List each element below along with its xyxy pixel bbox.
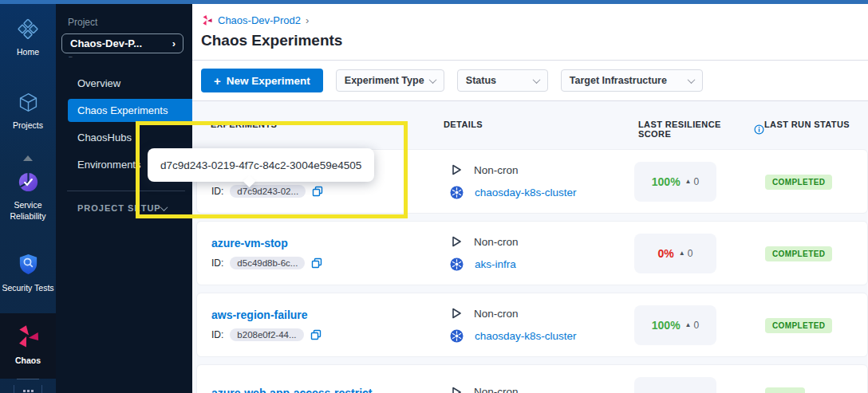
chaos-breadcrumb-icon xyxy=(201,14,213,26)
experiment-id-chip: b208e0f2-44... xyxy=(230,328,303,341)
target-infrastructure-filter[interactable]: Target Infrastructure xyxy=(561,69,703,92)
nav-item-chaoshubs[interactable]: ChaosHubs xyxy=(56,124,192,151)
project-selector[interactable]: Chaos-Dev-P... › xyxy=(61,33,183,53)
status-badge: COMPLETED xyxy=(765,246,832,261)
page-title: Chaos Experiments xyxy=(192,26,868,60)
score-delta: 0 xyxy=(679,248,693,259)
project-setup-label: PROJECT SETUP xyxy=(77,203,161,213)
chevron-down-icon xyxy=(428,76,436,84)
experiment-name-link[interactable]: azure-vm-stop xyxy=(211,237,444,250)
sidebar-item-chaos[interactable]: Chaos xyxy=(0,313,56,379)
dock-cell-left xyxy=(0,385,14,393)
sidebar-item-service-reliability[interactable]: Service Reliability xyxy=(0,164,56,229)
infrastructure-link[interactable]: aks-infra xyxy=(475,258,516,270)
play-icon xyxy=(450,163,463,176)
chaos-pinwheel-icon xyxy=(15,324,41,352)
clipped-project-id: g xyxy=(56,53,192,57)
chevron-right-icon: › xyxy=(172,37,176,49)
module-label: Service Reliability xyxy=(1,200,55,222)
table-header: EXPERIMENTS DETAILS LAST RESILIENCE SCOR… xyxy=(196,101,868,149)
apps-grid-button[interactable] xyxy=(14,385,42,393)
plus-icon: + xyxy=(214,74,221,88)
experiment-id-tooltip: d7c9d243-0219-4f7c-84c2-3004e59e4505 xyxy=(148,148,374,182)
id-label: ID: xyxy=(211,329,223,340)
main-content: Chaos-Dev-Prod2 › Chaos Experiments + Ne… xyxy=(192,4,868,393)
toolbar: + New Experiment Experiment Type Status … xyxy=(192,61,868,100)
column-header-resilience-score: LAST RESILIENCE SCORE xyxy=(638,120,764,139)
score-delta: 0 xyxy=(685,176,700,187)
module-label: Security Tests xyxy=(2,283,53,294)
status-badge xyxy=(765,387,805,393)
experiment-id-chip: d5c49d8b-6c... xyxy=(230,257,305,269)
module-sidebar: Home Projects Service Reliability Securi… xyxy=(0,4,56,393)
breadcrumb-separator-icon: › xyxy=(306,14,309,26)
sidebar-item-projects[interactable]: Projects xyxy=(0,85,56,137)
score-value: 100% xyxy=(652,175,681,188)
status-filter[interactable]: Status xyxy=(457,69,548,92)
schedule-type: Non-cron xyxy=(474,386,519,393)
security-shield-icon xyxy=(17,253,40,279)
play-icon xyxy=(450,235,463,248)
copy-icon[interactable] xyxy=(312,186,323,197)
kubernetes-icon xyxy=(450,329,464,343)
schedule-type: Non-cron xyxy=(474,308,519,320)
copy-icon[interactable] xyxy=(311,257,322,269)
schedule-type: Non-cron xyxy=(474,236,519,248)
play-icon xyxy=(450,307,463,320)
score-value: 100% xyxy=(652,319,681,332)
breadcrumb-project-link[interactable]: Chaos-Dev-Prod2 xyxy=(218,14,301,26)
module-label: Projects xyxy=(13,120,43,132)
infrastructure-link[interactable]: chaosday-k8s-cluster xyxy=(475,330,577,342)
chevron-down-icon xyxy=(687,76,695,84)
copy-icon[interactable] xyxy=(310,329,322,340)
column-header-details: DETAILS xyxy=(444,120,638,139)
column-header-experiments: EXPERIMENTS xyxy=(196,120,444,139)
footer-divider xyxy=(17,379,39,379)
projects-cube-icon xyxy=(18,92,39,116)
column-header-last-run-status: LAST RUN STATUS xyxy=(764,120,868,139)
table-row: azure-vm-stop ID: d5c49d8b-6c... No xyxy=(196,221,868,285)
project-setup-toggle[interactable]: PROJECT SETUP xyxy=(56,191,192,213)
table-row: aws-region-failure ID: b208e0f2-44... xyxy=(196,293,868,357)
status-badge: COMPLETED xyxy=(765,318,832,333)
scroll-up-triangle-icon[interactable] xyxy=(23,155,33,161)
play-icon xyxy=(450,386,463,393)
experiment-name-link[interactable]: azure-web-app-access-restrict xyxy=(211,387,444,393)
sidebar-item-home[interactable]: Home xyxy=(0,11,56,64)
breadcrumb: Chaos-Dev-Prod2 › xyxy=(192,4,868,26)
schedule-type: Non-cron xyxy=(474,164,519,176)
chevron-down-icon xyxy=(160,203,168,211)
module-label: Chaos xyxy=(15,356,41,367)
filter-label: Experiment Type xyxy=(345,75,424,86)
service-reliability-icon xyxy=(17,171,40,197)
project-selector-value: Chaos-Dev-P... xyxy=(70,37,142,49)
experiment-type-filter[interactable]: Experiment Type xyxy=(336,69,444,92)
module-label: Home xyxy=(17,47,39,58)
id-label: ID: xyxy=(211,257,223,269)
filter-label: Status xyxy=(466,75,496,86)
new-experiment-button[interactable]: + New Experiment xyxy=(201,69,323,92)
sidebar-footer xyxy=(0,379,56,393)
id-label: ID: xyxy=(211,186,223,197)
experiments-table: EXPERIMENTS DETAILS LAST RESILIENCE SCOR… xyxy=(192,100,868,393)
nav-item-overview[interactable]: Overview xyxy=(56,69,192,96)
experiment-name-link[interactable]: aws-region-failure xyxy=(211,309,444,321)
dock-cell-right xyxy=(42,385,56,393)
new-experiment-label: New Experiment xyxy=(227,75,310,87)
nav-item-chaos-experiments[interactable]: Chaos Experiments xyxy=(68,99,192,122)
infrastructure-link[interactable]: chaosday-k8s-cluster xyxy=(475,187,577,198)
resilience-score-box: 0% 0 xyxy=(634,234,716,273)
table-row: azure-web-app-access-restrict Non-cron xyxy=(196,364,868,393)
score-value: 0% xyxy=(658,247,674,260)
resilience-score-box: 100% 0 xyxy=(634,162,716,202)
project-sidebar: Project Chaos-Dev-P... › g Overview Chao… xyxy=(56,4,192,393)
resilience-score-box: 100% 0 xyxy=(634,305,716,345)
info-icon[interactable] xyxy=(754,124,764,135)
sidebar-item-security-tests[interactable]: Security Tests xyxy=(0,246,56,300)
project-section-label: Project xyxy=(56,17,192,28)
grid-icon xyxy=(23,390,34,393)
score-delta: 0 xyxy=(685,320,700,331)
tooltip-text: d7c9d243-0219-4f7c-84c2-3004e59e4505 xyxy=(160,159,361,171)
kubernetes-icon xyxy=(450,186,464,199)
resilience-score-box xyxy=(634,377,716,393)
